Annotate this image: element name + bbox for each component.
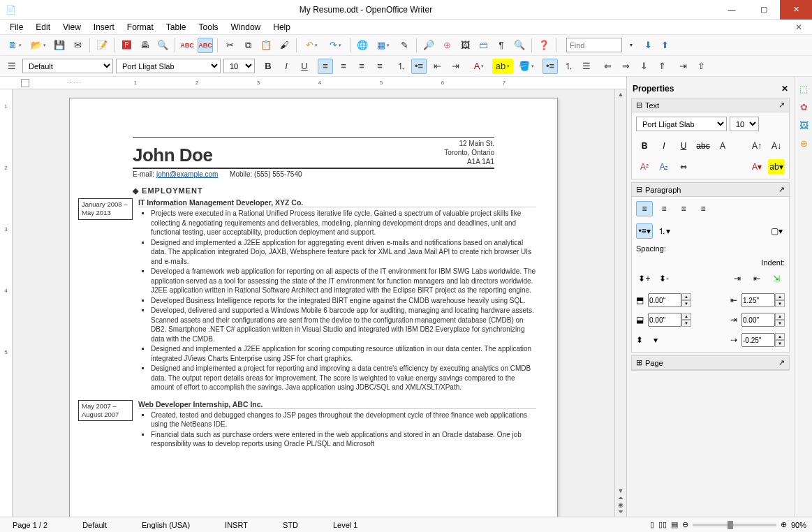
move-down-button[interactable]: ⇓ [636, 59, 651, 74]
close-button[interactable]: ✕ [780, 0, 812, 20]
sidebar-highlight-button[interactable]: ab▾ [768, 159, 785, 175]
email-button[interactable]: ✉ [70, 38, 85, 53]
tab-button[interactable]: ⇥ [675, 59, 691, 74]
increase-spacing-button[interactable]: ⬍+ [636, 271, 653, 286]
list-toggle-button[interactable]: •≡ [542, 59, 558, 74]
undo-button[interactable]: ↶ [301, 38, 322, 53]
more-options-icon[interactable]: ↗ [778, 358, 785, 367]
zoom-button[interactable]: 🔍 [512, 38, 527, 53]
numbered-list-button[interactable]: ⒈ [393, 59, 408, 74]
more-options-icon[interactable]: ↗ [778, 101, 785, 110]
paste-button[interactable]: 📋 [258, 38, 274, 53]
horizontal-ruler[interactable]: · · · · · 1 2 3 4 5 6 7 [0, 77, 626, 89]
grow-font-button[interactable]: A↑ [748, 138, 765, 154]
superscript-button[interactable]: A² [636, 159, 653, 175]
background-color-button[interactable]: 🪣 [516, 59, 537, 74]
view-book-icon[interactable]: ▤ [671, 520, 678, 529]
status-insert[interactable]: INSRT [218, 521, 255, 529]
sidebar-bgcolor-button[interactable]: ▢▾ [768, 223, 785, 239]
expand-icon[interactable]: ⊞ [636, 358, 642, 367]
sidebar-strike-button[interactable]: abc [695, 138, 711, 154]
outline-button[interactable]: ☰ [579, 59, 594, 74]
find-replace-button[interactable]: 🔎 [421, 38, 436, 53]
resume-contact[interactable]: E-mail: john@example.com Mobile: (555) 5… [133, 170, 494, 178]
edit-file-button[interactable]: 📝 [94, 38, 110, 53]
scroll-up-icon[interactable]: ▲ [618, 91, 624, 98]
bullet-list-button[interactable]: •≡ [411, 59, 427, 74]
promote-button[interactable]: ⇐ [600, 59, 615, 74]
char-spacing-button[interactable]: ⇔ [675, 159, 692, 175]
list-item[interactable]: Designed and implemented a project for r… [151, 364, 536, 392]
zoom-in-icon[interactable]: ⊕ [781, 520, 787, 529]
line-spacing-button[interactable]: ▾ [647, 332, 664, 348]
autospellcheck-button[interactable]: ABC [198, 38, 213, 53]
find-input[interactable] [566, 38, 622, 52]
increase-indent-button[interactable]: ⇥ [448, 59, 463, 74]
sidebar-align-center-button[interactable]: ≡ [656, 201, 672, 216]
scroll-down-icon[interactable]: ▼ [618, 487, 624, 494]
maximize-button[interactable]: ▢ [748, 0, 780, 20]
sidebar-number-button[interactable]: ⒈▾ [656, 223, 672, 239]
job-dates[interactable]: May 2007 – August 2007 [78, 400, 133, 422]
font-size-select[interactable]: 10 [223, 59, 255, 73]
up-level-button[interactable]: ⇧ [693, 59, 709, 74]
view-multi-icon[interactable]: ▯▯ [658, 520, 667, 529]
print-button[interactable]: 🖶 [137, 38, 152, 53]
show-draw-button[interactable]: ✎ [397, 38, 412, 53]
resume-name[interactable]: John Doe [133, 145, 212, 166]
sidebar-underline-button[interactable]: U [675, 138, 692, 154]
close-panel-icon[interactable]: ✕ [781, 84, 788, 94]
italic-button[interactable]: I [279, 59, 294, 74]
numbering-toggle-button[interactable]: ⒈ [561, 59, 576, 74]
redo-button[interactable]: ↷ [325, 38, 346, 53]
list-item[interactable]: Developed, delivered and supported a Win… [151, 306, 536, 343]
sidebar-italic-button[interactable]: I [656, 138, 672, 154]
format-paintbrush-button[interactable]: 🖌 [276, 38, 292, 53]
collapse-icon[interactable]: ⊟ [636, 185, 642, 194]
list-item[interactable]: Designed and implemented a J2EE applicat… [151, 344, 536, 363]
increase-indent-button[interactable]: ⇥ [729, 271, 746, 286]
find-prev-button[interactable]: ⬆ [657, 38, 672, 53]
list-item[interactable]: Designed and implemented a J2EE applicat… [151, 238, 536, 267]
sidebar-font-select[interactable]: Port Lligat Slab [636, 117, 727, 131]
demote-button[interactable]: ⇒ [618, 59, 633, 74]
menu-help[interactable]: Help [267, 21, 296, 34]
export-pdf-button[interactable]: 🅿 [119, 38, 134, 53]
section-employment[interactable]: EMPLOYMENT [133, 186, 557, 195]
spin-up-icon[interactable]: ▲ [681, 293, 691, 300]
navigator-tab-icon[interactable]: ⊕ [796, 135, 811, 151]
status-language[interactable]: English (USA) [135, 521, 197, 529]
copy-button[interactable]: ⧉ [240, 38, 256, 53]
styles-dialog-button[interactable]: ☰ [4, 59, 20, 74]
gallery-tab-icon[interactable]: 🖼 [796, 117, 811, 133]
spellcheck-button[interactable]: ABC [179, 38, 195, 53]
navigator-button[interactable]: ⊕ [439, 38, 455, 53]
indent-left-input[interactable] [741, 293, 775, 307]
subscript-button[interactable]: A₂ [656, 159, 672, 175]
font-color-button[interactable]: A [468, 59, 489, 74]
job-title[interactable]: Web Developer Internship, ABC Inc. [138, 400, 536, 409]
tab-stop-icon[interactable] [21, 79, 29, 87]
move-up-button[interactable]: ⇑ [654, 59, 670, 74]
align-justify-button[interactable]: ≡ [372, 59, 387, 74]
align-right-button[interactable]: ≡ [354, 59, 369, 74]
decrease-spacing-button[interactable]: ⬍- [656, 271, 672, 286]
help-button[interactable]: ❓ [536, 38, 552, 53]
more-options-icon[interactable]: ↗ [778, 185, 785, 194]
print-preview-button[interactable]: 🔍 [155, 38, 170, 53]
collapse-icon[interactable]: ⊟ [636, 101, 642, 110]
sidebar-bold-button[interactable]: B [636, 138, 653, 154]
paragraph-style-select[interactable]: Default [22, 59, 113, 73]
save-button[interactable]: 💾 [52, 38, 67, 53]
align-center-button[interactable]: ≡ [336, 59, 351, 74]
zoom-slider[interactable] [693, 524, 776, 526]
zoom-value[interactable]: 90% [791, 521, 806, 529]
vertical-ruler[interactable]: 1 2 3 4 5 [0, 89, 13, 517]
menu-view[interactable]: View [57, 21, 87, 34]
menu-table[interactable]: Table [161, 21, 192, 34]
list-item[interactable]: Financial data such as purchase orders w… [151, 430, 536, 449]
job-title[interactable]: IT Information Management Developer, XYZ… [138, 198, 536, 207]
document-page[interactable]: John Doe 12 Main St. Toronto, Ontario A1… [69, 98, 558, 517]
sidebar-align-right-button[interactable]: ≡ [675, 201, 692, 216]
status-selection[interactable]: STD [276, 521, 305, 529]
